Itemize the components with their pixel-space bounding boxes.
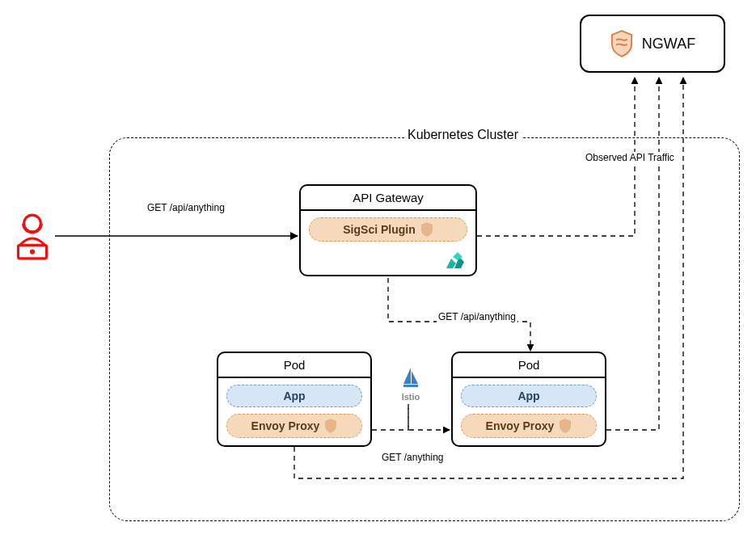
shield-icon xyxy=(559,419,572,433)
edge-label-pod-pod: GET /anything xyxy=(380,452,446,463)
svg-rect-3 xyxy=(403,385,418,387)
istio-node: Istio xyxy=(395,368,427,402)
pod-left-envoy-pill: Envoy Proxy xyxy=(226,414,362,438)
ngwaf-node: NGWAF xyxy=(580,15,725,73)
attacker-icon xyxy=(11,212,53,262)
pod-left-app-pill: App xyxy=(226,385,362,407)
edge-label-gateway-pod: GET /api/anything xyxy=(437,311,517,322)
shield-icon xyxy=(420,222,433,237)
pod-right-node: Pod App Envoy Proxy xyxy=(451,352,606,447)
pod-right-app-label: App xyxy=(517,390,539,402)
pod-left-app-label: App xyxy=(283,390,305,402)
observed-traffic-label: Observed API Traffic xyxy=(584,152,676,163)
shield-icon xyxy=(324,419,337,433)
pod-right-title: Pod xyxy=(453,353,605,378)
cluster-label: Kubernetes Cluster xyxy=(404,128,522,142)
sigsci-plugin-pill: SigSci Plugin xyxy=(309,217,467,242)
istio-label: Istio xyxy=(395,392,427,402)
pod-left-node: Pod App Envoy Proxy xyxy=(217,352,372,447)
sail-icon xyxy=(402,368,420,389)
api-gateway-node: API Gateway SigSci Plugin xyxy=(299,184,477,276)
ngwaf-label: NGWAF xyxy=(642,36,695,53)
pod-right-app-pill: App xyxy=(461,385,597,407)
edge-label-user-gateway: GET /api/anything xyxy=(146,202,226,213)
kong-gorilla-icon xyxy=(445,252,466,270)
api-gateway-title: API Gateway xyxy=(301,186,475,211)
pod-right-envoy-pill: Envoy Proxy xyxy=(461,414,597,438)
pod-left-envoy-label: Envoy Proxy xyxy=(251,419,320,432)
shield-icon xyxy=(610,30,634,57)
pod-right-envoy-label: Envoy Proxy xyxy=(486,419,555,432)
svg-point-2 xyxy=(30,250,35,255)
pod-left-title: Pod xyxy=(218,353,370,378)
sigsci-plugin-label: SigSci Plugin xyxy=(343,223,415,236)
